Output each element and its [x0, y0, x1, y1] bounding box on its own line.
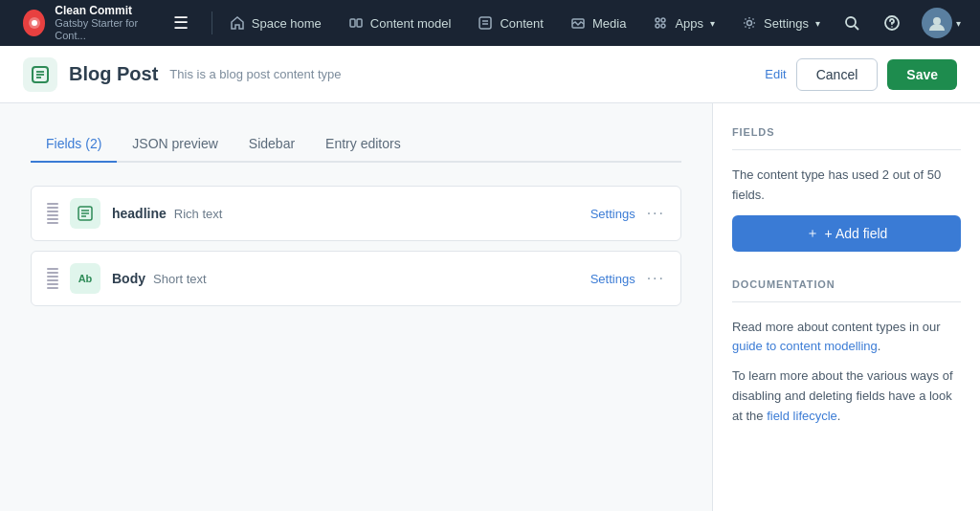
- search-icon: [843, 14, 860, 32]
- field-type-body: Short text: [153, 272, 207, 286]
- field-name-headline: headline: [112, 206, 167, 221]
- add-field-label: + Add field: [825, 226, 888, 241]
- page-description: This is a blog post content type: [169, 67, 341, 81]
- home-icon: [230, 15, 245, 31]
- field-actions-headline: Settings ···: [590, 205, 665, 222]
- tab-json-preview[interactable]: JSON preview: [117, 126, 233, 163]
- svg-rect-2: [350, 19, 355, 27]
- main-layout: Fields (2) JSON preview Sidebar Entry ed…: [0, 103, 980, 511]
- field-settings-link-headline[interactable]: Settings: [590, 207, 635, 221]
- doc-text-2: To learn more about the various ways of …: [732, 367, 961, 426]
- right-panel: FIELDS The content type has used 2 out o…: [712, 103, 980, 511]
- nav-settings-label: Settings: [764, 16, 809, 31]
- header-actions: Edit Cancel Save: [765, 58, 957, 91]
- field-more-button-headline[interactable]: ···: [647, 205, 665, 222]
- page-title: Blog Post: [69, 63, 158, 85]
- nav-content[interactable]: Content: [464, 0, 557, 46]
- settings-icon: [742, 15, 757, 31]
- field-name-body: Body: [112, 271, 145, 286]
- nav-space-home[interactable]: Space home: [216, 0, 335, 46]
- search-button[interactable]: [834, 9, 870, 37]
- content-model-icon: [348, 15, 364, 31]
- svg-line-14: [855, 26, 858, 30]
- tab-entry-editors[interactable]: Entry editors: [310, 126, 416, 163]
- fields-divider: [732, 149, 961, 150]
- content-icon: [478, 15, 493, 31]
- svg-point-10: [656, 24, 659, 28]
- nav-apps-label: Apps: [675, 16, 703, 31]
- field-more-button-body[interactable]: ···: [647, 270, 665, 287]
- nav-settings[interactable]: Settings ▾: [728, 0, 834, 46]
- field-actions-body: Settings ···: [590, 270, 665, 287]
- tab-sidebar[interactable]: Sidebar: [234, 126, 310, 163]
- content-header: Blog Post This is a blog post content ty…: [0, 46, 980, 103]
- add-field-button[interactable]: ＋ + Add field: [732, 215, 961, 252]
- documentation-divider: [732, 301, 961, 302]
- field-row-body: Ab Body Short text Settings ···: [31, 251, 681, 306]
- nav-content-model[interactable]: Content model: [335, 0, 465, 46]
- lifecycle-link[interactable]: field lifecycle: [767, 409, 837, 423]
- field-settings-link-body[interactable]: Settings: [590, 272, 635, 286]
- brand: Clean Commit Gatsby Starter for Cont... …: [11, 4, 208, 43]
- nav-space-home-label: Space home: [252, 16, 322, 31]
- tabs: Fields (2) JSON preview Sidebar Entry ed…: [31, 126, 681, 163]
- drag-handle-headline[interactable]: [47, 203, 58, 224]
- svg-point-16: [891, 26, 893, 28]
- apps-icon: [653, 15, 668, 31]
- help-button[interactable]: [874, 9, 910, 37]
- topnav: Clean Commit Gatsby Starter for Cont... …: [0, 0, 980, 46]
- fields-section: FIELDS The content type has used 2 out o…: [732, 126, 961, 252]
- edit-link[interactable]: Edit: [765, 67, 786, 81]
- drag-handle-body[interactable]: [47, 268, 58, 289]
- guide-link[interactable]: guide to content modelling: [732, 339, 878, 353]
- add-field-plus-icon: ＋: [806, 225, 819, 242]
- fields-section-title: FIELDS: [732, 126, 961, 138]
- content-type-icon: [23, 57, 57, 92]
- field-icon-headline: [70, 198, 100, 229]
- field-type-headline: Rich text: [174, 207, 223, 221]
- nav-media-label: Media: [592, 16, 626, 31]
- field-icon-body: Ab: [70, 263, 100, 294]
- svg-point-12: [747, 21, 752, 26]
- svg-point-1: [32, 20, 37, 26]
- tab-fields[interactable]: Fields (2): [31, 126, 117, 163]
- svg-rect-4: [479, 17, 491, 29]
- avatar: [922, 8, 952, 38]
- svg-point-9: [661, 18, 665, 22]
- svg-point-13: [846, 17, 856, 27]
- field-row-headline: headline Rich text Settings ···: [31, 186, 681, 241]
- nav-right: ▾: [834, 8, 969, 38]
- settings-chevron-icon: ▾: [815, 18, 820, 29]
- save-button[interactable]: Save: [887, 59, 957, 90]
- nav-divider: [212, 11, 212, 34]
- help-icon: [883, 14, 901, 32]
- svg-point-8: [656, 18, 659, 22]
- hamburger-button[interactable]: ☰: [166, 9, 196, 37]
- documentation-section: DOCUMENTATION Read more about content ty…: [732, 278, 961, 427]
- brand-text: Clean Commit Gatsby Starter for Cont...: [55, 4, 152, 43]
- svg-point-11: [661, 24, 665, 28]
- media-icon: [570, 15, 586, 31]
- nav-content-label: Content: [500, 16, 544, 31]
- nav-apps[interactable]: Apps ▾: [639, 0, 728, 46]
- nav-content-model-label: Content model: [370, 16, 452, 31]
- fields-usage-text: The content type has used 2 out of 50 fi…: [732, 166, 961, 206]
- brand-icon: [23, 10, 45, 36]
- svg-point-17: [933, 17, 941, 25]
- brand-name: Clean Commit: [55, 4, 152, 17]
- apps-chevron-icon: ▾: [710, 18, 715, 29]
- svg-rect-3: [357, 19, 362, 27]
- documentation-section-title: DOCUMENTATION: [732, 278, 961, 290]
- avatar-chevron-icon: ▾: [956, 18, 961, 29]
- user-avatar-button[interactable]: ▾: [914, 8, 969, 38]
- cancel-button[interactable]: Cancel: [796, 58, 879, 91]
- doc-text-1: Read more about content types in our gui…: [732, 318, 961, 358]
- brand-sub: Gatsby Starter for Cont...: [55, 17, 152, 42]
- nav-media[interactable]: Media: [557, 0, 639, 46]
- left-panel: Fields (2) JSON preview Sidebar Entry ed…: [0, 103, 712, 511]
